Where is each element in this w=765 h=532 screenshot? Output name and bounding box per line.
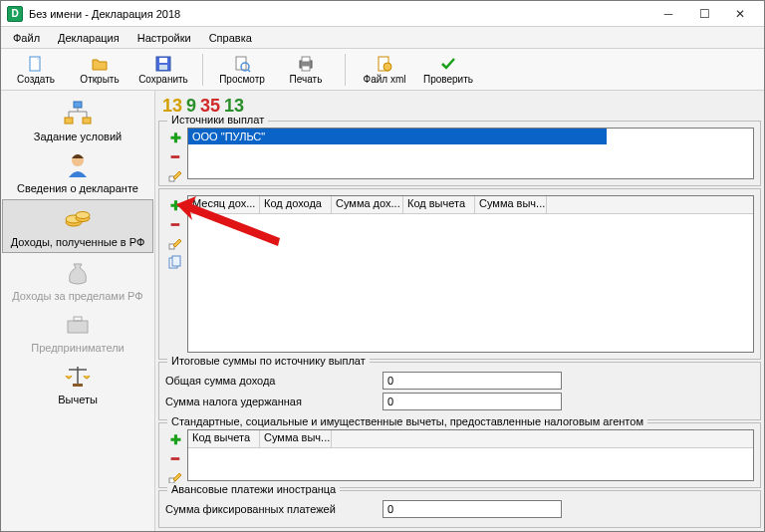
nav-income-rf[interactable]: Доходы, полученные в РФ (2, 199, 153, 253)
scales-icon (61, 362, 95, 392)
income-group: ✚ ━ Месяц дох... Код дохода Сумма дох...… (158, 188, 761, 360)
nav-label: Доходы за пределами РФ (12, 290, 142, 302)
menu-file[interactable]: Файл (5, 30, 48, 46)
coins-icon (61, 204, 95, 234)
nav-label: Доходы, полученные в РФ (11, 236, 145, 248)
copy-income-button[interactable] (167, 254, 183, 270)
deductions-table[interactable]: Код вычета Сумма выч... (187, 429, 754, 481)
print-icon (297, 55, 315, 73)
sources-list[interactable]: ООО "ПУЛЬС" (187, 128, 754, 179)
svg-rect-20 (68, 321, 88, 333)
tax-withheld-field[interactable] (382, 393, 562, 410)
nav-income-abroad[interactable]: Доходы за пределами РФ (1, 254, 154, 306)
advance-title: Авансовые платежи иностранца (167, 483, 340, 495)
xml-file-icon (376, 55, 393, 73)
svg-rect-13 (65, 118, 73, 124)
svg-rect-14 (83, 118, 91, 124)
income-table-header: Месяц дох... Код дохода Сумма дох... Код… (188, 196, 753, 214)
open-folder-icon (91, 55, 109, 73)
fixed-payments-field[interactable] (382, 500, 562, 518)
check-icon (439, 55, 457, 73)
svg-rect-9 (302, 66, 310, 71)
nav-label: Задание условий (34, 131, 122, 142)
nav-conditions[interactable]: Задание условий (1, 95, 154, 146)
menubar: Файл Декларация Настройки Справка (1, 27, 764, 49)
fixed-payments-label: Сумма фиксированных платежей (165, 503, 375, 515)
svg-rect-8 (302, 57, 310, 62)
save-button[interactable]: Сохранить (134, 51, 192, 89)
col-ded-sum[interactable]: Сумма выч... (260, 430, 332, 447)
save-icon (154, 55, 172, 73)
person-icon (61, 150, 95, 180)
col-deduction-sum[interactable]: Сумма выч... (475, 196, 547, 213)
col-ded-code[interactable]: Код вычета (188, 430, 260, 447)
menu-declaration[interactable]: Декларация (50, 30, 128, 46)
preview-icon (233, 55, 251, 73)
briefcase-icon (61, 310, 95, 340)
remove-deduction-button[interactable]: ━ (167, 450, 183, 466)
separator (345, 54, 346, 86)
agent-deductions-group: Стандартные, социальные и имущественные … (158, 422, 761, 488)
nav-declarant[interactable]: Сведения о декларанте (1, 146, 154, 198)
create-button[interactable]: Создать (7, 51, 65, 89)
check-button[interactable]: Проверить (419, 51, 477, 89)
svg-line-6 (248, 70, 250, 72)
edit-source-button[interactable] (167, 167, 183, 183)
svg-point-11 (383, 63, 391, 71)
sidebar: Задание условий Сведения о декларанте До… (1, 91, 155, 531)
nav-label: Сведения о декларанте (17, 182, 138, 194)
window-title: Без имени - Декларация 2018 (29, 8, 650, 20)
add-income-button[interactable]: ✚ (167, 197, 183, 213)
remove-source-button[interactable]: ━ (167, 148, 183, 164)
svg-rect-3 (159, 65, 167, 70)
nav-deductions[interactable]: Вычеты (1, 358, 154, 409)
menu-help[interactable]: Справка (201, 30, 260, 46)
svg-rect-2 (159, 58, 167, 63)
print-button[interactable]: Печать (277, 51, 335, 89)
preview-button[interactable]: Просмотр (213, 51, 271, 89)
agent-deductions-title: Стандартные, социальные и имущественные … (167, 415, 647, 427)
open-button[interactable]: Открыть (71, 51, 128, 89)
income-table[interactable]: Месяц дох... Код дохода Сумма дох... Код… (187, 195, 754, 353)
add-deduction-button[interactable]: ✚ (167, 431, 183, 447)
edit-income-button[interactable] (167, 235, 183, 251)
total-income-label: Общая сумма дохода (165, 375, 375, 387)
total-income-field (382, 372, 562, 390)
col-month[interactable]: Месяц дох... (188, 196, 260, 213)
minimize-button[interactable]: ─ (650, 2, 686, 26)
svg-rect-24 (73, 384, 83, 387)
remove-income-button[interactable]: ━ (167, 216, 183, 232)
tax-withheld-label: Сумма налога удержанная (165, 396, 375, 407)
svg-rect-12 (74, 102, 82, 108)
tree-icon (61, 99, 95, 129)
advance-group: Авансовые платежи иностранца Сумма фикси… (158, 490, 761, 528)
nav-label: Предприниматели (31, 342, 124, 354)
add-source-button[interactable]: ✚ (167, 130, 183, 145)
col-deduction-code[interactable]: Код вычета (403, 196, 475, 213)
nav-entrepreneur[interactable]: Предприниматели (1, 306, 154, 358)
nav-label: Вычеты (58, 394, 98, 405)
totals-title: Итоговые суммы по источнику выплат (167, 355, 370, 367)
deductions-header: Код вычета Сумма выч... (188, 430, 753, 448)
svg-point-19 (76, 212, 90, 219)
sources-group: Источники выплат ✚ ━ ООО "ПУЛЬС" (158, 121, 761, 186)
sources-title: Источники выплат (167, 114, 268, 126)
new-file-icon (27, 55, 45, 73)
maximize-button[interactable]: ☐ (686, 2, 722, 26)
moneybag-icon (61, 258, 95, 288)
titlebar: D Без имени - Декларация 2018 ─ ☐ ✕ (1, 1, 764, 27)
source-row[interactable]: ООО "ПУЛЬС" (188, 129, 607, 144)
menu-settings[interactable]: Настройки (129, 30, 199, 46)
separator (202, 54, 203, 86)
toolbar: Создать Открыть Сохранить Просмотр Печат… (1, 49, 764, 91)
svg-rect-28 (172, 256, 180, 266)
close-button[interactable]: ✕ (722, 2, 758, 26)
col-income-sum[interactable]: Сумма дох... (332, 196, 403, 213)
content-area: 13 9 35 13 Источники выплат ✚ ━ ООО "ПУЛ… (155, 91, 764, 531)
totals-group: Итоговые суммы по источнику выплат Общая… (158, 362, 761, 420)
app-icon: D (7, 6, 23, 22)
svg-rect-21 (74, 317, 82, 321)
filexml-button[interactable]: Файл xml (356, 51, 413, 89)
col-income-code[interactable]: Код дохода (260, 196, 332, 213)
